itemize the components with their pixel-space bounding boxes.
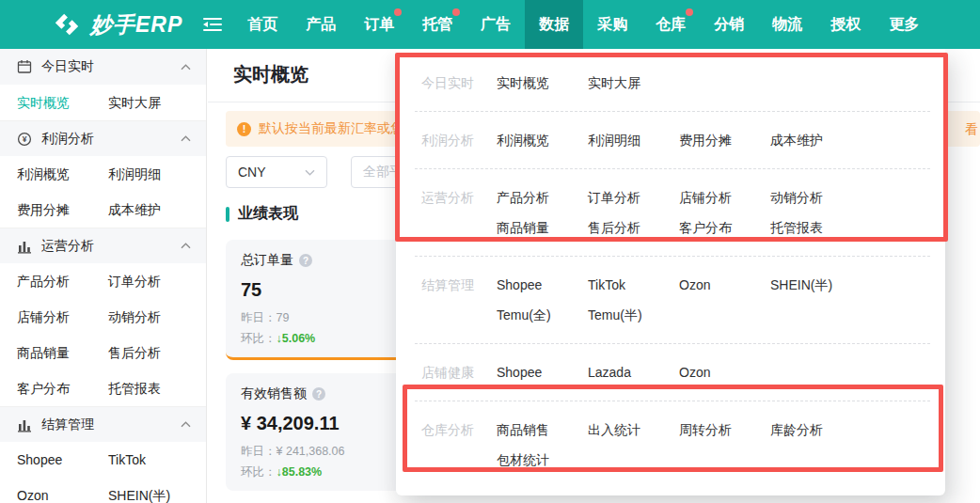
chevron-up-icon[interactable] <box>181 243 191 249</box>
sidebar-group-header[interactable]: 今日实时 <box>0 49 206 85</box>
menu-item[interactable]: 商品销量 <box>497 212 588 243</box>
notice-text: 默认按当前最新汇率或您 <box>259 120 403 137</box>
nav-item[interactable]: 数据 <box>525 0 583 49</box>
sidebar-item[interactable]: Ozon <box>17 478 108 503</box>
menu-item[interactable]: SHEIN(半) <box>770 270 861 300</box>
svg-text:¥: ¥ <box>23 134 27 144</box>
sidebar-item[interactable]: 利润明细 <box>108 156 206 192</box>
menu-item[interactable]: 店铺分析 <box>679 182 770 212</box>
nav-item-label: 数据 <box>539 15 569 35</box>
sidebar-item[interactable]: 订单分析 <box>108 263 206 299</box>
menu-item[interactable]: Ozon <box>679 270 770 300</box>
nav-item[interactable]: 分销 <box>700 0 758 49</box>
sidebar-group-label: 今日实时 <box>41 58 181 75</box>
menu-item[interactable]: TikTok <box>588 270 679 300</box>
sidebar-item[interactable]: TikTok <box>108 442 206 478</box>
sidebar-item[interactable]: 店铺分析 <box>17 299 108 335</box>
sidebar-item[interactable]: 产品分析 <box>17 263 108 299</box>
sidebar-item[interactable]: Shopee <box>17 442 108 478</box>
main-nav: 首页产品订单托管广告数据采购仓库分销物流授权更多 <box>233 0 933 49</box>
nav-item-label: 授权 <box>830 15 861 35</box>
chevron-up-icon[interactable] <box>181 421 191 428</box>
brand-logo-icon <box>53 10 81 39</box>
menu-item[interactable]: 费用分摊 <box>679 125 770 155</box>
menu-group-label: 店铺健康 <box>421 357 497 387</box>
menu-item[interactable]: 实时概览 <box>497 68 588 98</box>
help-icon[interactable]: ? <box>312 387 325 401</box>
sidebar-item[interactable]: 实时大屏 <box>108 85 206 120</box>
menu-item[interactable]: 订单分析 <box>588 182 679 212</box>
card-title: 总订单量 <box>241 252 293 269</box>
menu-item[interactable]: 包材统计 <box>497 445 588 475</box>
nav-item[interactable]: 物流 <box>758 0 816 49</box>
sidebar-group-label: 利润分析 <box>41 131 181 148</box>
menu-group-items: 商品销售出入统计周转分析库龄分析包材统计 <box>497 415 945 475</box>
sidebar-group-header[interactable]: ¥利润分析 <box>0 120 206 156</box>
notice-text-fragment: 看 <box>965 121 978 138</box>
menu-group: 店铺健康ShopeeLazadaOzon <box>396 344 945 401</box>
nav-item[interactable]: 仓库 <box>641 0 700 49</box>
sidebar: 今日实时实时概览实时大屏¥利润分析利润概览利润明细费用分摊成本维护运营分析产品分… <box>0 49 207 503</box>
sidebar-item[interactable]: 动销分析 <box>108 299 206 335</box>
nav-item[interactable]: 托管 <box>408 0 466 49</box>
nav-item[interactable]: 订单 <box>350 0 408 49</box>
sidebar-item[interactable]: 成本维护 <box>108 192 206 228</box>
notification-dot-icon <box>452 8 460 16</box>
card-ratio-value: ↓85.83% <box>277 465 323 479</box>
menu-item[interactable]: 利润概览 <box>497 125 588 155</box>
nav-item[interactable]: 更多 <box>875 0 933 49</box>
nav-item-label: 托管 <box>422 15 452 35</box>
sidebar-item[interactable]: 客户分布 <box>17 370 108 406</box>
nav-item-label: 产品 <box>306 15 336 35</box>
nav-item[interactable]: 首页 <box>233 0 292 49</box>
menu-item[interactable]: 周转分析 <box>679 415 770 445</box>
sidebar-item[interactable]: 商品销量 <box>17 335 108 370</box>
nav-item[interactable]: 产品 <box>292 0 350 49</box>
sidebar-group-header[interactable]: 结算管理 <box>0 406 206 442</box>
menu-item[interactable]: 售后分析 <box>588 212 679 243</box>
nav-item-label: 更多 <box>889 15 919 35</box>
menu-item[interactable]: 实时大屏 <box>588 68 679 98</box>
menu-item[interactable]: Shopee <box>497 357 588 387</box>
menu-item[interactable]: 利润明细 <box>588 125 679 155</box>
bar-chart-icon <box>17 238 33 254</box>
sidebar-item[interactable]: 托管报表 <box>108 370 206 406</box>
menu-item[interactable]: Temu(半) <box>588 300 679 330</box>
nav-item[interactable]: 采购 <box>583 0 641 49</box>
menu-group-label: 运营分析 <box>421 182 497 243</box>
sidebar-group-items: 实时概览实时大屏 <box>0 85 206 120</box>
nav-item-label: 仓库 <box>656 15 686 35</box>
sidebar-item[interactable]: 利润概览 <box>17 156 108 192</box>
nav-item-label: 物流 <box>772 15 802 35</box>
menu-fold-icon[interactable] <box>203 0 222 49</box>
menu-item[interactable]: 商品销售 <box>497 415 588 445</box>
nav-item[interactable]: 广告 <box>466 0 525 49</box>
menu-item[interactable]: 客户分布 <box>679 212 770 243</box>
menu-item[interactable]: Shopee <box>497 270 588 300</box>
top-navbar: 妙手ERP 首页产品订单托管广告数据采购仓库分销物流授权更多 <box>0 0 980 49</box>
nav-item[interactable]: 授权 <box>816 0 875 49</box>
currency-select[interactable]: CNY <box>226 156 327 188</box>
menu-item[interactable]: 产品分析 <box>497 182 588 212</box>
brand[interactable]: 妙手ERP <box>0 0 182 49</box>
sidebar-item[interactable]: 费用分摊 <box>17 192 108 228</box>
help-icon[interactable]: ? <box>299 254 312 267</box>
nav-item-label: 分销 <box>714 15 744 35</box>
menu-item[interactable]: Ozon <box>679 357 770 387</box>
sidebar-item[interactable]: SHEIN(半) <box>108 478 206 503</box>
nav-item-label: 订单 <box>364 15 394 35</box>
menu-item[interactable]: 托管报表 <box>770 212 861 243</box>
chevron-down-icon <box>305 169 315 176</box>
chevron-up-icon[interactable] <box>181 64 191 71</box>
menu-item[interactable]: 动销分析 <box>770 182 861 212</box>
menu-item[interactable]: 出入统计 <box>588 415 679 445</box>
menu-item[interactable]: 库龄分析 <box>770 415 861 445</box>
sidebar-group-header[interactable]: 运营分析 <box>0 228 206 263</box>
menu-item[interactable]: Lazada <box>588 357 679 387</box>
menu-item[interactable]: 成本维护 <box>770 125 861 155</box>
menu-item[interactable]: Temu(全) <box>497 300 588 330</box>
sidebar-item[interactable]: 实时概览 <box>17 85 108 120</box>
sidebar-group-label: 运营分析 <box>41 238 181 255</box>
chevron-up-icon[interactable] <box>181 135 191 142</box>
sidebar-item[interactable]: 售后分析 <box>108 335 206 370</box>
